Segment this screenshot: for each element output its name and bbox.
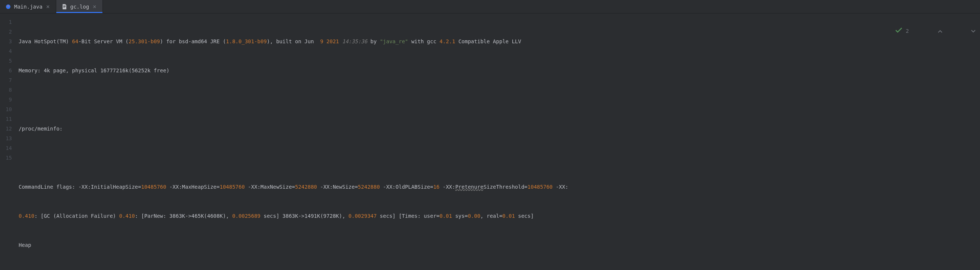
tab-gc-log[interactable]: gc.log ×	[56, 0, 103, 13]
line-number: 7	[0, 75, 12, 85]
chevron-up-icon[interactable]	[913, 16, 942, 45]
line-number: 5	[0, 56, 12, 66]
code-line	[19, 95, 980, 104]
line-number: 1	[0, 17, 12, 27]
close-icon[interactable]: ×	[92, 4, 97, 10]
line-number: 8	[0, 85, 12, 95]
line-number: 3	[0, 37, 12, 46]
line-number: 10	[0, 104, 12, 114]
line-number: 9	[0, 95, 12, 104]
code-line: Memory: 4k page, physical 16777216k(5625…	[19, 66, 980, 75]
line-number: 14	[0, 143, 12, 153]
svg-rect-2	[64, 6, 65, 7]
code-line: CommandLine flags: -XX:InitialHeapSize=1…	[19, 182, 980, 192]
svg-rect-1	[64, 6, 65, 6]
line-number: 15	[0, 153, 12, 163]
editor: 1 2 3 4 5 6 7 8 9 10 11 12 13 14 15 Java…	[0, 13, 980, 270]
code-line	[19, 153, 980, 163]
code-line: Heap	[19, 240, 980, 250]
code-line: 0.410: [GC (Allocation Failure) 0.410: […	[19, 211, 980, 221]
tab-bar: Main.java × gc.log ×	[0, 0, 980, 13]
problem-count: 2	[906, 26, 909, 36]
chevron-down-icon[interactable]	[946, 16, 975, 45]
code-line: /proc/meminfo:	[19, 124, 980, 134]
close-icon[interactable]: ×	[45, 4, 51, 10]
line-gutter: 1 2 3 4 5 6 7 8 9 10 11 12 13 14 15	[0, 13, 19, 270]
line-number: 12	[0, 124, 12, 134]
svg-rect-3	[64, 7, 65, 8]
line-number: 11	[0, 114, 12, 124]
svg-point-0	[6, 5, 10, 9]
line-number: 4	[0, 46, 12, 56]
file-icon	[62, 4, 67, 10]
code-area[interactable]: Java HotSpot(TM) 64-Bit Server VM (25.30…	[19, 13, 980, 270]
line-number: 13	[0, 134, 12, 143]
java-icon	[5, 4, 11, 10]
check-icon	[870, 16, 902, 45]
line-number: 6	[0, 66, 12, 75]
code-line: Java HotSpot(TM) 64-Bit Server VM (25.30…	[19, 37, 980, 46]
tab-label: gc.log	[70, 4, 89, 10]
inspection-widget[interactable]: 2	[870, 16, 975, 45]
tab-main-java[interactable]: Main.java ×	[0, 0, 56, 13]
tab-label: Main.java	[14, 4, 43, 10]
line-number: 2	[0, 27, 12, 37]
